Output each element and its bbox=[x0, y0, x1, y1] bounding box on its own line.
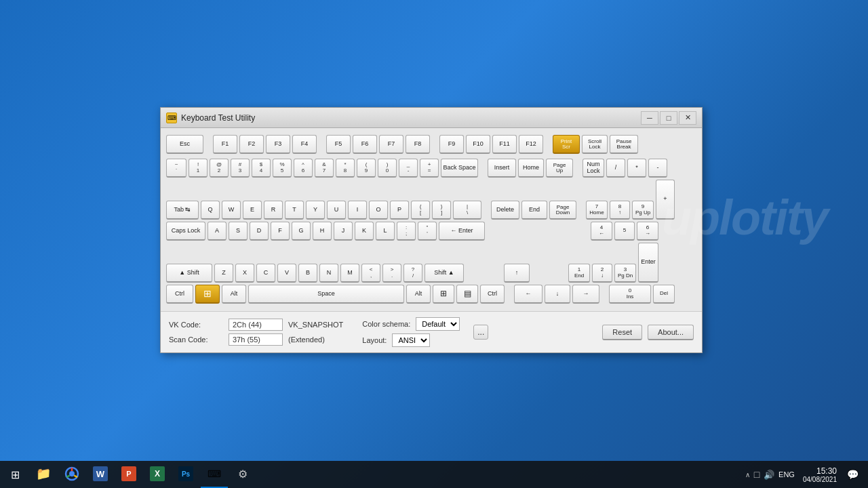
key-minus[interactable]: _- bbox=[399, 159, 418, 178]
key-alt-right[interactable]: Alt bbox=[406, 285, 431, 304]
taskbar-app-photoshop[interactable]: Ps bbox=[172, 461, 199, 488]
key-7[interactable]: &7 bbox=[315, 159, 334, 178]
color-schema-select[interactable]: Default bbox=[416, 317, 460, 331]
key-home[interactable]: Home bbox=[518, 159, 544, 178]
key-numpad-1[interactable]: 1End bbox=[568, 264, 590, 283]
taskbar-app-keyboard-util[interactable]: ⌨ bbox=[201, 461, 228, 488]
key-delete[interactable]: Delete bbox=[491, 201, 519, 220]
key-4[interactable]: $4 bbox=[252, 159, 271, 178]
key-numpad-9[interactable]: 9Pg Up bbox=[632, 201, 654, 220]
taskbar-app-powerpoint[interactable]: P bbox=[115, 461, 142, 488]
key-numpad-del[interactable]: Del bbox=[653, 285, 675, 304]
key-down-arrow[interactable]: ↓ bbox=[545, 285, 570, 304]
key-end[interactable]: End bbox=[521, 201, 547, 220]
key-1[interactable]: !1 bbox=[189, 159, 208, 178]
taskbar-app-file-explorer[interactable]: 📁 bbox=[30, 461, 57, 488]
tray-chevron[interactable]: ∧ bbox=[745, 471, 750, 479]
key-k[interactable]: K bbox=[355, 222, 374, 241]
key-rbracket[interactable]: }] bbox=[432, 201, 451, 220]
key-o[interactable]: O bbox=[369, 201, 388, 220]
key-lbracket[interactable]: {[ bbox=[411, 201, 430, 220]
key-a[interactable]: A bbox=[208, 222, 226, 241]
taskbar-app-settings[interactable]: ⚙ bbox=[229, 461, 256, 488]
key-numpad-5[interactable]: 5 bbox=[614, 222, 635, 241]
key-f4[interactable]: F4 bbox=[292, 135, 317, 154]
key-win-right[interactable]: ⊞ bbox=[433, 285, 454, 304]
notification-button[interactable]: 💬 bbox=[845, 467, 860, 482]
key-j[interactable]: J bbox=[334, 222, 353, 241]
key-f3[interactable]: F3 bbox=[266, 135, 290, 154]
key-shift-right[interactable]: Shift ▲ bbox=[425, 264, 464, 283]
key-d[interactable]: D bbox=[250, 222, 269, 241]
key-space[interactable]: Space bbox=[248, 285, 404, 304]
key-w[interactable]: W bbox=[222, 201, 241, 220]
key-slash[interactable]: ?/ bbox=[403, 264, 422, 283]
key-y[interactable]: Y bbox=[306, 201, 325, 220]
key-left-arrow[interactable]: ← bbox=[514, 285, 542, 304]
key-s[interactable]: S bbox=[229, 222, 248, 241]
key-numpad-2[interactable]: 2↓ bbox=[592, 264, 612, 283]
key-print-screen[interactable]: PrintScr bbox=[553, 135, 580, 154]
key-numpad-6[interactable]: 6→ bbox=[637, 222, 658, 241]
key-i[interactable]: I bbox=[348, 201, 367, 220]
maximize-button[interactable]: □ bbox=[660, 111, 677, 125]
key-b[interactable]: B bbox=[298, 264, 317, 283]
dots-button[interactable]: ... bbox=[473, 325, 488, 340]
key-semicolon[interactable]: :; bbox=[397, 222, 416, 241]
key-f6[interactable]: F6 bbox=[353, 135, 377, 154]
minimize-button[interactable]: ─ bbox=[641, 111, 658, 125]
key-caps-lock[interactable]: Caps Lock bbox=[166, 222, 205, 241]
start-button[interactable]: ⊞ bbox=[3, 462, 27, 487]
about-button[interactable]: About... bbox=[648, 325, 694, 340]
key-f10[interactable]: F10 bbox=[466, 135, 490, 154]
key-m[interactable]: M bbox=[340, 264, 359, 283]
key-numpad-0[interactable]: 0Ins bbox=[609, 285, 651, 304]
key-alt-left[interactable]: Alt bbox=[222, 285, 246, 304]
key-win-left[interactable]: ⊞ bbox=[195, 285, 220, 304]
clock[interactable]: 15:30 04/08/2021 bbox=[799, 466, 841, 483]
key-tab[interactable]: Tab ↹ bbox=[166, 201, 199, 220]
taskbar-app-chrome[interactable] bbox=[58, 461, 85, 488]
key-f12[interactable]: F12 bbox=[519, 135, 543, 154]
key-numpad-star[interactable]: * bbox=[627, 159, 646, 178]
key-f5[interactable]: F5 bbox=[326, 135, 351, 154]
key-numpad-4[interactable]: 4← bbox=[591, 222, 612, 241]
key-g[interactable]: G bbox=[292, 222, 311, 241]
key-numpad-minus[interactable]: - bbox=[648, 159, 667, 178]
key-z[interactable]: Z bbox=[214, 264, 233, 283]
key-equals[interactable]: += bbox=[420, 159, 439, 178]
key-backspace[interactable]: Back Space bbox=[441, 159, 478, 178]
key-e[interactable]: E bbox=[243, 201, 262, 220]
key-u[interactable]: U bbox=[327, 201, 346, 220]
key-c[interactable]: C bbox=[256, 264, 275, 283]
key-backslash[interactable]: |\ bbox=[453, 201, 481, 220]
key-h[interactable]: H bbox=[313, 222, 332, 241]
tray-volume[interactable]: 🔊 bbox=[764, 470, 774, 480]
key-3[interactable]: #3 bbox=[231, 159, 250, 178]
key-8[interactable]: *8 bbox=[336, 159, 355, 178]
key-scroll-lock[interactable]: ScrollLock bbox=[582, 135, 608, 154]
key-f1[interactable]: F1 bbox=[213, 135, 237, 154]
key-quote[interactable]: "' bbox=[418, 222, 437, 241]
key-0[interactable]: )0 bbox=[378, 159, 397, 178]
key-page-up[interactable]: PageUp bbox=[546, 159, 573, 178]
layout-select[interactable]: ANSI ISO bbox=[392, 333, 430, 347]
key-numpad-slash[interactable]: / bbox=[606, 159, 625, 178]
key-comma[interactable]: <, bbox=[361, 264, 380, 283]
key-numpad-7[interactable]: 7Home bbox=[586, 201, 608, 220]
key-enter[interactable]: ← Enter bbox=[439, 222, 485, 241]
key-f11[interactable]: F11 bbox=[492, 135, 517, 154]
key-f[interactable]: F bbox=[271, 222, 290, 241]
scan-code-input[interactable] bbox=[229, 333, 283, 346]
key-insert[interactable]: Insert bbox=[488, 159, 516, 178]
key-page-down[interactable]: PageDown bbox=[549, 201, 576, 220]
key-x[interactable]: X bbox=[235, 264, 254, 283]
key-pause-break[interactable]: PauseBreak bbox=[610, 135, 638, 154]
key-ctrl-right[interactable]: Ctrl bbox=[480, 285, 505, 304]
taskbar-app-excel[interactable]: X bbox=[144, 461, 171, 488]
key-shift-left[interactable]: ▲ Shift bbox=[166, 264, 212, 283]
key-num-lock[interactable]: NumLock bbox=[583, 159, 604, 178]
key-numpad-enter[interactable]: Enter bbox=[638, 243, 658, 283]
reset-button[interactable]: Reset bbox=[602, 325, 642, 340]
key-period[interactable]: >. bbox=[382, 264, 401, 283]
